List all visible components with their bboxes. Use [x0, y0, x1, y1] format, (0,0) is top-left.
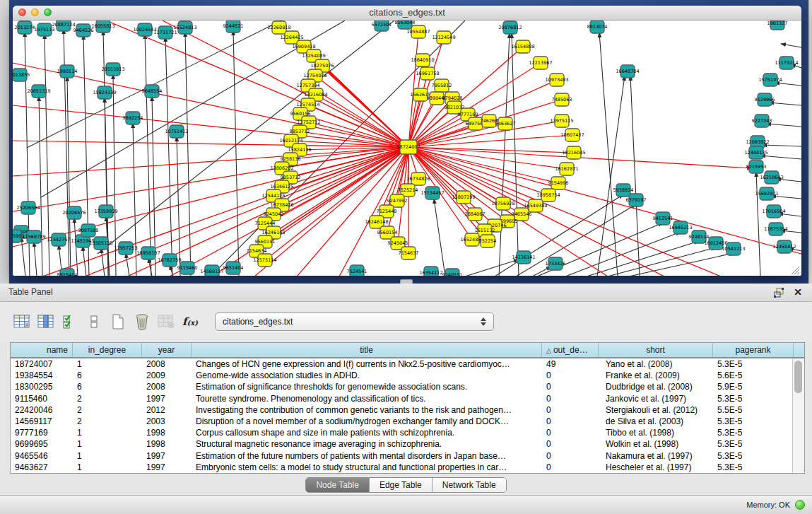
column-header-out_de[interactable]: △out_de…	[542, 343, 599, 357]
cited-node[interactable]: 9463627	[495, 117, 516, 130]
network-node[interactable]: 16958107	[136, 247, 160, 259]
table-row[interactable]: 946362711997Embryonic stem cells: a mode…	[11, 462, 804, 473]
network-node[interactable]: 2013274	[15, 21, 35, 34]
network-node[interactable]: 5572301	[372, 21, 392, 31]
network-node[interactable]: 9115460	[177, 262, 198, 274]
network-node[interactable]: 16648784	[616, 65, 639, 78]
select-all-columns-icon[interactable]	[58, 310, 82, 333]
network-node[interactable]: 17359939	[94, 205, 117, 218]
network-node[interactable]: 8813074	[587, 21, 608, 33]
scrollbar-thumb[interactable]	[794, 361, 802, 393]
cited-node[interactable]: 10973493	[545, 74, 568, 86]
table-row[interactable]: 969969511998Structural magnetic resonanc…	[11, 438, 804, 450]
network-node[interactable]: 1901327	[767, 21, 788, 30]
column-header-pagerank[interactable]: pagerank	[713, 343, 794, 357]
cited-node[interactable]: 9154996	[548, 177, 569, 189]
cited-node[interactable]: 16162871	[555, 163, 578, 175]
memory-ok-indicator[interactable]	[795, 500, 805, 510]
float-window-icon[interactable]	[774, 288, 785, 298]
table-scrollbar[interactable]	[792, 358, 804, 473]
network-node[interactable]: 12444135	[744, 146, 767, 159]
cited-node[interactable]: 7485063	[552, 93, 572, 106]
network-canvas[interactable]: 1872400722260818122644251690941813254089…	[13, 21, 801, 276]
cited-node[interactable]: 12124549	[432, 31, 455, 44]
minimize-window-button[interactable]	[31, 8, 39, 16]
network-node[interactable]: 9464526	[73, 24, 94, 37]
network-node[interactable]: 9097588	[78, 224, 99, 237]
network-node[interactable]: 9651404	[223, 262, 244, 274]
network-node[interactable]: 9129966	[755, 93, 775, 106]
cited-node[interactable]: 10607437	[560, 129, 584, 141]
network-node[interactable]: 20206576	[62, 206, 86, 219]
table-row[interactable]: 1872400712008Changes of HCN gene express…	[11, 358, 804, 370]
citation-network-graph[interactable]: 1872400722260818122644251690941813254089…	[13, 21, 801, 276]
network-node[interactable]: 8215953	[746, 160, 767, 173]
cited-node[interactable]: 7154637	[399, 247, 419, 259]
resize-grip-icon[interactable]	[790, 265, 800, 275]
column-header-in_degree[interactable]: in_degree	[73, 343, 142, 357]
cited-node[interactable]: 18640910	[411, 54, 434, 66]
column-header-year[interactable]: year	[142, 343, 192, 357]
zoom-window-button[interactable]	[44, 8, 52, 16]
tab-network-table[interactable]: Network Table	[433, 478, 506, 492]
network-node[interactable]: 8915404	[57, 269, 78, 276]
network-node[interactable]: 3013855	[13, 69, 30, 81]
table-row[interactable]: 977716911998Corpus callosum shape and si…	[11, 427, 804, 438]
table-selector-dropdown[interactable]: citations_edges.txt	[215, 313, 494, 331]
network-node[interactable]: 15824139	[93, 86, 116, 99]
network-node[interactable]: 9648554	[142, 85, 163, 98]
network-node[interactable]: 11675334	[764, 223, 787, 235]
network-node[interactable]: 16354112	[419, 267, 442, 276]
tab-edge-table[interactable]: Edge Table	[370, 478, 433, 492]
cited-node[interactable]: 252254	[479, 235, 497, 247]
delete-table-icon[interactable]	[130, 310, 154, 333]
network-node[interactable]: 20887124	[52, 21, 75, 31]
cited-node[interactable]: 12213967	[529, 57, 552, 69]
column-header-short[interactable]: short	[599, 343, 713, 357]
table-row[interactable]: 2242004622012Investigating the contribut…	[11, 404, 804, 416]
cited-node[interactable]: 7955812	[432, 79, 452, 92]
network-node[interactable]: 16210643	[760, 171, 783, 184]
network-node[interactable]: 7524541	[347, 265, 367, 276]
network-node[interactable]: 15692971	[755, 187, 778, 200]
network-window-titlebar[interactable]: citations_edges.txt	[13, 6, 801, 21]
memory-status-label[interactable]: Memory: OK	[746, 501, 790, 509]
cited-node[interactable]: 15807299	[452, 191, 475, 204]
table-row[interactable]: 1938455462009Genome-wide association stu…	[11, 370, 804, 381]
network-node[interactable]: 20851319	[27, 85, 50, 98]
select-columns-icon[interactable]	[34, 310, 58, 333]
row-height-icon[interactable]	[82, 310, 106, 333]
table-settings-icon[interactable]	[10, 310, 34, 333]
cited-node[interactable]: 16154808	[511, 40, 534, 53]
new-table-icon[interactable]	[106, 310, 130, 333]
network-node[interactable]: 25206584	[16, 201, 40, 214]
network-node[interactable]: 15751074	[758, 74, 782, 86]
cited-node[interactable]: 2684067	[465, 208, 486, 221]
column-header-title[interactable]: title	[192, 343, 542, 357]
network-node[interactable]: 9227343	[752, 115, 772, 127]
close-panel-icon[interactable]: ✕	[794, 284, 802, 301]
column-header-name[interactable]: name	[11, 343, 73, 357]
network-node[interactable]: 9412541	[653, 212, 673, 225]
network-node[interactable]: 20553813	[101, 63, 124, 76]
function-builder-icon[interactable]: f(x)	[178, 310, 202, 333]
network-node[interactable]: 9892254	[123, 112, 143, 124]
network-node[interactable]: 9244521	[223, 21, 244, 33]
network-node[interactable]: 6379197	[626, 194, 647, 206]
table-row[interactable]: 911546021997Tourette syndrome. Phenomeno…	[11, 393, 804, 404]
table-row[interactable]: 1830029562008Estimation of significance …	[11, 381, 804, 392]
network-node[interactable]: 1733426	[546, 257, 566, 270]
network-node[interactable]: 1990114	[57, 65, 78, 78]
network-node[interactable]: 9240151	[442, 269, 463, 276]
hub-node[interactable]: 18724007	[396, 140, 420, 154]
cited-node[interactable]: 13975115	[550, 115, 573, 127]
network-node[interactable]: 17016504	[762, 205, 785, 218]
network-node[interactable]: 20876812	[498, 21, 522, 34]
network-node[interactable]: 11173214	[775, 57, 798, 69]
network-node[interactable]: 12342757	[47, 233, 70, 246]
close-window-button[interactable]	[18, 8, 26, 16]
network-node[interactable]: 15134457	[420, 187, 444, 199]
cited-node[interactable]: 16734826	[406, 173, 430, 185]
table-row[interactable]: 1456911722003Disruption of a novel membe…	[11, 416, 804, 427]
table-row[interactable]: 946554611997Estimation of the future num…	[11, 450, 804, 462]
